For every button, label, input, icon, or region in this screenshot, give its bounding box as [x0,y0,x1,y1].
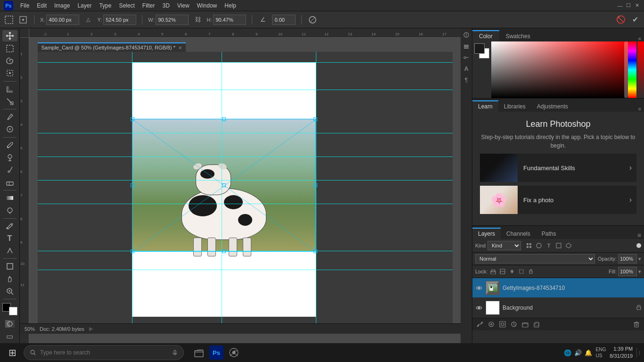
y-input[interactable] [103,15,136,25]
taskbar-app-explorer[interactable] [190,344,207,361]
close-button[interactable]: ✕ [634,2,640,9]
menu-select[interactable]: Select [116,1,138,10]
w-input[interactable] [156,15,189,25]
filter-kind-select[interactable]: Kind Name Effect Mode Attribute Color [487,241,521,250]
delete-layer-icon[interactable] [632,320,641,329]
tab-layers[interactable]: Layers [472,228,501,239]
show-desktop-icon[interactable]: | [636,348,640,357]
zoom-tool[interactable] [2,286,17,297]
background-color[interactable] [9,307,17,315]
lock-transparent-icon[interactable] [489,268,497,275]
layer-visibility-background[interactable] [475,304,483,312]
quick-mask-icon[interactable] [2,318,17,329]
tab-libraries[interactable]: Libraries [498,101,531,112]
lock-all-icon[interactable] [527,268,535,275]
menu-file[interactable]: File [17,1,33,10]
shape-tool[interactable] [2,261,17,272]
network-icon[interactable]: 🌐 [564,349,571,356]
filter-adjustment-icon[interactable] [535,241,543,250]
create-new-layer-icon[interactable] [532,320,541,329]
color-picker-area[interactable] [472,41,644,98]
lock-image-icon[interactable] [499,268,506,275]
maximize-button[interactable]: ☐ [625,2,632,9]
eraser-tool[interactable] [2,177,17,188]
gradient-tool[interactable] [2,192,17,204]
crop-tool[interactable] [2,83,17,94]
link-icon[interactable]: ⛓ [192,15,203,25]
menu-3d[interactable]: 3D [159,1,173,10]
layer-item-background[interactable]: Background [472,298,644,318]
filter-shape-icon[interactable] [554,241,563,250]
lasso-tool[interactable] [2,55,17,66]
fill-input[interactable] [618,267,637,276]
layers-panel-menu[interactable]: ≡ [637,231,641,239]
commit-transform-icon[interactable]: ✔ [630,15,640,25]
adjustments-icon[interactable] [462,53,471,62]
link-layers-icon[interactable] [475,320,485,329]
menu-filter[interactable]: Filter [139,1,158,10]
type-panel-icon[interactable]: A [462,64,471,74]
path-selection-tool[interactable] [2,245,17,256]
dodge-tool[interactable] [2,205,17,216]
tab-paths[interactable]: Paths [536,229,562,239]
start-button[interactable]: ⊞ [4,344,21,361]
clone-stamp-tool[interactable] [2,152,17,163]
add-adjustment-icon[interactable] [509,320,519,329]
pen-tool[interactable] [2,220,17,231]
layer-item-gettyimages[interactable]: GettyImages-874534710 [472,278,644,298]
layer-visibility-gettyimages[interactable] [475,284,483,292]
filter-type-icon[interactable]: T [545,241,553,250]
menu-image[interactable]: Image [51,1,73,10]
learn-panel-menu[interactable]: ≡ [638,106,641,112]
menu-edit[interactable]: Edit [33,1,50,10]
color-panel-menu[interactable]: ≡ [638,36,641,41]
menu-help[interactable]: Help [221,1,239,10]
screen-mode-icon[interactable]: ▭ [2,331,17,342]
search-input[interactable] [40,349,168,356]
x-input[interactable] [46,15,79,25]
notification-icon[interactable]: 🔔 [585,349,592,356]
filter-toggle[interactable] [636,243,641,248]
brush-tool[interactable] [2,139,17,150]
taskbar-app-chrome[interactable] [225,344,242,361]
menu-layer[interactable]: Layer [74,1,95,10]
menu-type[interactable]: Type [96,1,115,10]
document-tab[interactable]: Sample_Card @ 50% (GettyImages-874534710… [38,42,186,52]
color-gradient-picker[interactable] [491,41,628,98]
blend-mode-select[interactable]: Normal Dissolve Multiply Screen Overlay [475,254,595,263]
hand-tool[interactable] [2,273,17,285]
filter-smartobject-icon[interactable] [564,241,573,250]
taskbar-app-ps[interactable]: Ps [209,346,223,360]
cancel-transform-icon[interactable]: 🚫 [616,15,626,25]
properties-icon[interactable] [462,30,471,40]
canvas-area[interactable]: -1 1 2 3 4 5 6 7 8 9 10 11 12 13 14 15 1… [20,28,461,344]
angle-input[interactable] [272,15,296,25]
paragraph-icon[interactable]: ¶ [462,75,471,85]
tab-channels[interactable]: Channels [501,229,536,239]
move-tool[interactable] [2,30,17,41]
speaker-icon[interactable]: 🔊 [574,349,582,356]
lock-artboard-icon[interactable] [518,268,525,275]
tab-learn[interactable]: Learn [472,100,498,112]
fill-dropdown-icon[interactable]: ▾ [638,269,641,275]
heal-tool[interactable] [2,123,17,135]
opacity-dropdown-icon[interactable]: ▾ [638,256,641,262]
object-selection-tool[interactable] [2,67,17,79]
lock-position-icon[interactable] [508,268,516,275]
minimize-button[interactable]: — [617,2,623,9]
create-group-icon[interactable] [520,320,530,329]
filter-pixel-icon[interactable] [525,241,533,250]
alpha-bar[interactable] [637,41,644,98]
canvas-content[interactable]: Sample_Card @ 50% (GettyImages-874534710… [29,38,461,344]
color-swatches-display[interactable] [474,43,485,54]
tab-swatches[interactable]: Swatches [499,31,537,41]
layers-icon[interactable] [462,41,471,51]
close-document-tab[interactable]: ✕ [178,45,182,50]
tab-color[interactable]: Color [472,30,499,41]
learn-card-fix-photo[interactable]: 🌸 Fix a photo › [480,186,636,214]
history-brush-tool[interactable] [2,164,17,175]
add-mask-icon[interactable] [498,320,507,329]
h-input[interactable] [213,15,246,25]
hue-bar[interactable] [628,41,636,98]
tab-adjustments[interactable]: Adjustments [531,101,574,112]
